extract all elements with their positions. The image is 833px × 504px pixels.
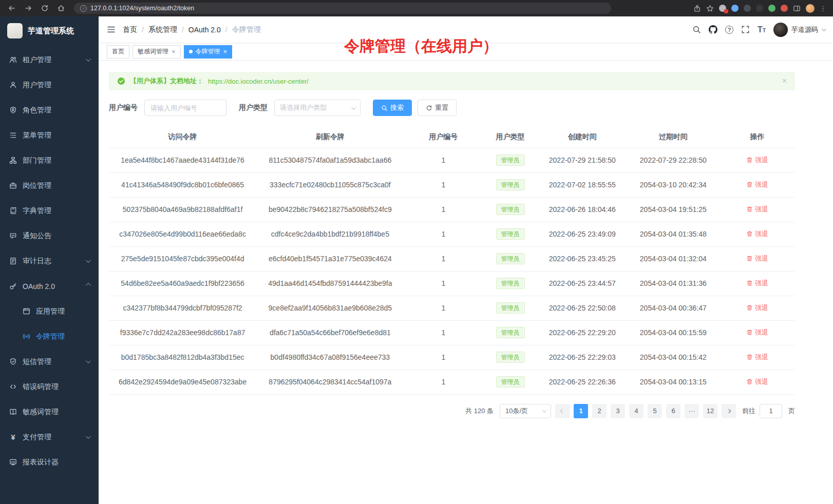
sidebar-item-oauth[interactable]: OAuth 2.0 xyxy=(0,274,99,299)
font-size-icon[interactable]: TT xyxy=(758,25,766,34)
sidebar-item-sms[interactable]: 短信管理 xyxy=(0,349,99,374)
sidebar-item-tenant[interactable]: 租户管理 xyxy=(0,47,99,72)
user-type-badge: 管理员 xyxy=(496,154,525,166)
sidebar-item-error-code[interactable]: 错误码管理 xyxy=(0,374,99,399)
extension-red-icon[interactable] xyxy=(781,5,788,12)
help-icon[interactable]: ? xyxy=(725,26,733,34)
create-time-cell: 2022-06-25 23:49:09 xyxy=(538,222,627,246)
sidebar-item-oauth-app[interactable]: 应用管理 xyxy=(0,299,99,324)
user-type-cell: 管理员 xyxy=(483,246,538,271)
page-button-6[interactable]: 6 xyxy=(666,404,680,418)
breadcrumb-system[interactable]: 系统管理 xyxy=(148,25,177,34)
address-bar[interactable]: i 127.0.0.1:1024/system/oauth2/token xyxy=(74,3,611,14)
action-cell: 强退 xyxy=(720,197,795,222)
force-logout-button[interactable]: 强退 xyxy=(746,353,768,362)
github-icon[interactable] xyxy=(709,25,717,34)
delete-icon xyxy=(746,181,753,188)
fullscreen-icon[interactable] xyxy=(741,25,750,34)
side-panel-icon[interactable] xyxy=(793,5,801,12)
close-icon[interactable]: × xyxy=(172,48,176,55)
sidebar-item-role[interactable]: 角色管理 xyxy=(0,98,99,123)
tab-bar: 首页 敏感词管理 × 令牌管理 × xyxy=(99,43,833,61)
page-button-12[interactable]: 12 xyxy=(703,404,717,418)
sidebar-item-post[interactable]: 岗位管理 xyxy=(0,173,99,198)
app-window-icon xyxy=(23,307,30,315)
force-logout-button[interactable]: 强退 xyxy=(746,180,768,189)
close-icon[interactable]: × xyxy=(782,76,787,86)
page-button-2[interactable]: 2 xyxy=(592,404,607,418)
breadcrumb-oauth[interactable]: OAuth 2.0 xyxy=(188,26,221,34)
col-expire-time: 过期时间 xyxy=(627,126,720,148)
expire-time-cell: 2054-03-04 19:51:25 xyxy=(627,197,720,222)
user-type-select[interactable]: 请选择用户类型 xyxy=(274,100,361,116)
page-button-3[interactable]: 3 xyxy=(611,404,625,418)
expire-time-cell: 2054-03-04 00:15:59 xyxy=(627,320,720,345)
force-logout-button[interactable]: 强退 xyxy=(746,377,768,386)
reload-button[interactable] xyxy=(38,2,51,15)
sidebar-item-dict[interactable]: 字典管理 xyxy=(0,198,99,223)
sidebar-collapse-icon[interactable] xyxy=(107,25,116,34)
force-logout-button[interactable]: 强退 xyxy=(746,229,768,239)
chevron-down-icon xyxy=(542,408,547,413)
next-page-button[interactable] xyxy=(722,404,736,418)
sidebar-item-dept[interactable]: 部门管理 xyxy=(0,148,99,173)
tab-token[interactable]: 令牌管理 × xyxy=(184,45,233,59)
search-button[interactable]: 搜索 xyxy=(373,100,412,116)
table-row: b0d1785bc3a8482f812db4a3f3bd15ec b0df498… xyxy=(109,345,795,370)
extension-badge xyxy=(724,9,728,13)
page-button-5[interactable]: 5 xyxy=(648,404,662,418)
sidebar-item-report-designer[interactable]: 报表设计器 xyxy=(0,450,99,475)
doc-link[interactable]: https://doc.iocoder.cn/user-center/ xyxy=(208,77,309,85)
extension-badged-icon[interactable] xyxy=(719,5,726,12)
force-logout-button[interactable]: 强退 xyxy=(746,303,768,313)
breadcrumb-home[interactable]: 首页 xyxy=(123,25,137,34)
user-id-input[interactable] xyxy=(144,100,226,116)
col-create-time: 创建时间 xyxy=(538,126,627,148)
action-cell: 强退 xyxy=(720,296,795,320)
sidebar-item-user[interactable]: 用户管理 xyxy=(0,72,99,98)
sidebar-item-pay[interactable]: ¥ 支付管理 xyxy=(0,424,99,450)
force-logout-button[interactable]: 强退 xyxy=(746,328,768,337)
home-button[interactable] xyxy=(54,2,68,15)
page-button-1[interactable]: 1 xyxy=(574,404,588,418)
tab-sensitive-word[interactable]: 敏感词管理 × xyxy=(132,45,181,59)
page-size-select[interactable]: 10条/页 xyxy=(500,404,551,418)
message-bubble-icon xyxy=(9,232,17,240)
page-button-4[interactable]: 4 xyxy=(629,404,643,418)
force-logout-button[interactable]: 强退 xyxy=(746,156,768,165)
app-logo[interactable]: 芋道管理系统 xyxy=(0,16,99,45)
prev-page-button[interactable] xyxy=(555,404,570,418)
sidebar-item-audit-log[interactable]: 审计日志 xyxy=(0,248,99,274)
extension-dark2-icon[interactable] xyxy=(756,5,763,12)
role-icon xyxy=(9,106,17,114)
sidebar-item-oauth-token[interactable]: 令牌管理 xyxy=(0,324,99,349)
extension-blue-icon[interactable] xyxy=(731,5,739,12)
expire-time-cell: 2054-03-04 01:35:48 xyxy=(627,222,720,246)
chevron-down-icon xyxy=(86,434,91,439)
more-pages-button[interactable]: ··· xyxy=(685,404,699,418)
site-info-icon[interactable]: i xyxy=(80,5,87,12)
force-logout-button[interactable]: 强退 xyxy=(746,279,768,288)
extension-green-icon[interactable] xyxy=(768,5,775,12)
user-menu[interactable]: 芋道源码 xyxy=(773,23,825,37)
action-cell: 强退 xyxy=(720,370,795,394)
tab-home[interactable]: 首页 xyxy=(107,45,129,59)
close-icon[interactable]: × xyxy=(223,48,228,55)
delete-icon xyxy=(746,304,753,311)
force-logout-button[interactable]: 强退 xyxy=(746,205,768,214)
search-icon[interactable] xyxy=(692,25,701,34)
goto-page-input[interactable] xyxy=(760,404,782,418)
forward-button[interactable] xyxy=(22,2,35,15)
sidebar-item-sensitive-word[interactable]: 敏感词管理 xyxy=(0,399,99,424)
back-button[interactable] xyxy=(5,2,18,15)
sidebar-item-menu[interactable]: 菜单管理 xyxy=(0,123,99,148)
browser-profile-avatar[interactable] xyxy=(806,4,815,13)
extension-dark-icon[interactable] xyxy=(744,5,751,12)
sidebar-item-notice[interactable]: 通知公告 xyxy=(0,223,99,248)
reset-button[interactable]: 重置 xyxy=(418,100,457,116)
share-icon[interactable] xyxy=(693,5,701,12)
force-logout-button[interactable]: 强退 xyxy=(746,254,768,263)
bookmark-star-icon[interactable] xyxy=(706,5,714,12)
more-menu-icon[interactable]: ⋮ xyxy=(820,5,827,12)
user-id-cell: 1 xyxy=(404,148,483,172)
